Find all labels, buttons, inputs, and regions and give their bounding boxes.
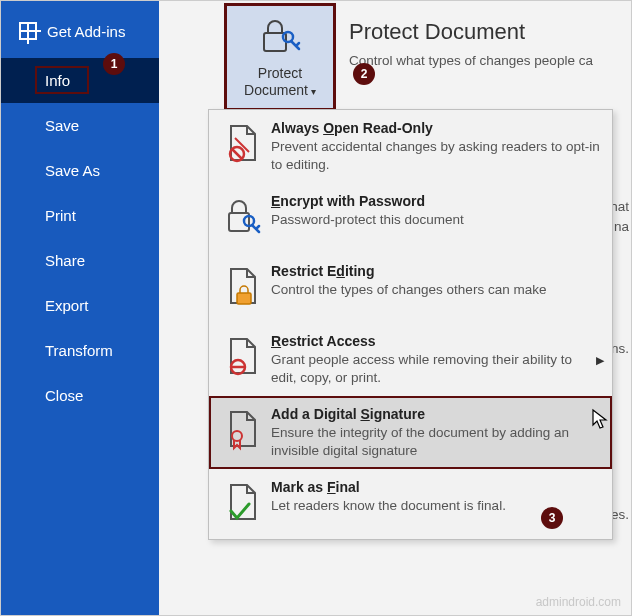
menu-item-encrypt-password[interactable]: Encrypt with Password Password-protect t… <box>209 183 612 253</box>
sidebar-item-share[interactable]: Share <box>1 238 159 283</box>
menu-item-title: Mark as Final <box>271 479 600 495</box>
document-ribbon-icon <box>223 408 263 456</box>
sidebar-item-label: Save As <box>45 162 100 179</box>
step-badge-2: 2 <box>353 63 375 85</box>
menu-item-title: Encrypt with Password <box>271 193 600 209</box>
menu-item-open-read-only[interactable]: Always Open Read-Only Prevent accidental… <box>209 110 612 183</box>
menu-item-desc: Password-protect this document <box>271 211 600 229</box>
protect-document-button[interactable]: Protect Document▾ <box>226 5 334 109</box>
sidebar-item-info[interactable]: Info <box>1 58 159 103</box>
step-badge-1: 1 <box>103 53 125 75</box>
menu-item-desc: Ensure the integrity of the document by … <box>271 424 600 459</box>
sidebar-item-label: Share <box>45 252 85 269</box>
panel-header: Protect Document Control what types of c… <box>349 19 593 68</box>
menu-item-restrict-access[interactable]: Restrict Access Grant people access whil… <box>209 323 612 396</box>
menu-item-title: Always Open Read-Only <box>271 120 600 136</box>
sidebar-item-print[interactable]: Print <box>1 193 159 238</box>
lock-key-icon <box>223 195 263 243</box>
submenu-arrow-icon: ▶ <box>596 353 604 366</box>
document-prohibit-icon <box>223 122 263 170</box>
sidebar-item-label: Save <box>45 117 79 134</box>
document-prohibit-icon <box>223 335 263 383</box>
menu-item-title: Restrict Editing <box>271 263 600 279</box>
sidebar-item-save-as[interactable]: Save As <box>1 148 159 193</box>
partial-bg-text: ns. <box>611 341 629 356</box>
step-badge-3: 3 <box>541 507 563 529</box>
menu-item-title: Restrict Access <box>271 333 600 349</box>
sidebar-item-save[interactable]: Save <box>1 103 159 148</box>
svg-rect-5 <box>237 293 251 304</box>
sidebar-item-label: Print <box>45 207 76 224</box>
protect-document-menu: Always Open Read-Only Prevent accidental… <box>208 109 613 540</box>
partial-bg-text: es. <box>611 507 629 522</box>
sidebar-item-label: Export <box>45 297 88 314</box>
document-check-icon <box>223 481 263 529</box>
get-addins-button[interactable]: Get Add-ins <box>1 16 159 58</box>
panel-subtitle: Control what types of changes people ca <box>349 53 593 68</box>
protect-button-label: Protect Document▾ <box>244 65 316 99</box>
addins-icon <box>19 22 37 40</box>
menu-item-desc: Grant people access while removing their… <box>271 351 600 386</box>
svg-point-7 <box>232 431 242 441</box>
panel-title: Protect Document <box>349 19 593 45</box>
highlight-box <box>35 66 89 94</box>
document-lock-icon <box>223 265 263 313</box>
menu-item-desc: Control the types of changes others can … <box>271 281 600 299</box>
sidebar-item-close[interactable]: Close <box>1 373 159 418</box>
sidebar-item-export[interactable]: Export <box>1 283 159 328</box>
file-sidebar: Get Add-ins Info Save Save As Print Shar… <box>1 1 159 615</box>
menu-item-desc: Prevent accidental changes by asking rea… <box>271 138 600 173</box>
menu-item-digital-signature[interactable]: Add a Digital Signature Ensure the integ… <box>209 396 612 469</box>
get-addins-label: Get Add-ins <box>47 23 125 40</box>
lock-key-icon <box>258 15 302 59</box>
sidebar-item-transform[interactable]: Transform <box>1 328 159 373</box>
sidebar-item-label: Close <box>45 387 83 404</box>
sidebar-item-label: Transform <box>45 342 113 359</box>
menu-item-title: Add a Digital Signature <box>271 406 600 422</box>
chevron-down-icon: ▾ <box>311 86 316 97</box>
watermark: admindroid.com <box>536 595 621 609</box>
menu-item-restrict-editing[interactable]: Restrict Editing Control the types of ch… <box>209 253 612 323</box>
